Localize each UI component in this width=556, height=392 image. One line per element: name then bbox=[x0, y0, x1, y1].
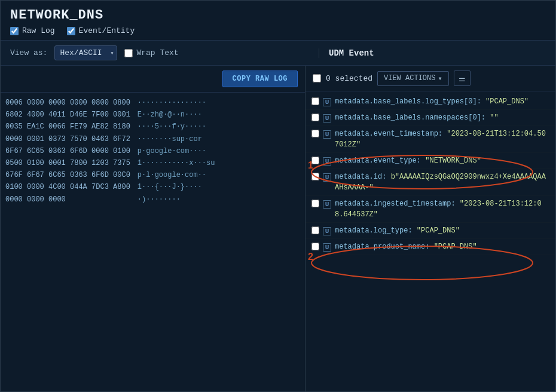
udm-item-checkbox[interactable] bbox=[311, 157, 319, 164]
select-all-checkbox[interactable] bbox=[313, 74, 321, 82]
event-entity-label: Event/Entity bbox=[79, 26, 135, 35]
udm-item: Umetadata.id: b"AAAAAIQzsQGaOQ2909nwxz4+… bbox=[306, 169, 555, 196]
ascii-line: p·l·google·com·· bbox=[138, 170, 215, 181]
ascii-line: 1···{···J·}···· bbox=[138, 182, 215, 193]
udm-item-text: metadata.event_type: "NETWORK_DNS" bbox=[335, 155, 549, 166]
filter-checkboxes: Raw Log Event/Entity bbox=[10, 26, 546, 35]
raw-log-checkbox-label[interactable]: Raw Log bbox=[10, 26, 55, 35]
udm-item-checkbox[interactable] bbox=[311, 130, 319, 137]
main-container: NETWORK_DNS Raw Log Event/Entity View as… bbox=[0, 0, 556, 392]
left-panel: COPY RAW LOG 0006 0000 0000 0000 0800 08… bbox=[1, 66, 306, 391]
event-entity-checkbox-label[interactable]: Event/Entity bbox=[67, 26, 135, 35]
view-actions-button[interactable]: VIEW ACTIONS ▾ bbox=[377, 71, 449, 86]
wrap-text-label[interactable]: Wrap Text bbox=[124, 48, 178, 57]
view-as-select-wrap: Hex/ASCII Text ▾ bbox=[54, 45, 117, 60]
view-actions-label: VIEW ACTIONS bbox=[384, 74, 435, 82]
copy-raw-log-button[interactable]: COPY RAW LOG bbox=[222, 71, 298, 87]
udm-item: Umetadata.event_type: "NETWORK_DNS" bbox=[306, 153, 555, 169]
hex-line: 6802 4000 4011 D46E 7F00 0001 bbox=[5, 109, 130, 121]
udm-item-checkbox[interactable] bbox=[311, 226, 319, 234]
udm-type-icon: U bbox=[323, 243, 331, 252]
ascii-column: ················E··zh@·@··n········5···f… bbox=[138, 97, 215, 387]
right-panel: 0 selected VIEW ACTIONS ▾ ⚌ Umetadata.ba… bbox=[306, 66, 555, 391]
hex-line: 0000 0000 0000 bbox=[5, 194, 130, 206]
raw-log-checkbox[interactable] bbox=[10, 27, 19, 35]
ascii-line: ····5···f·y····· bbox=[138, 121, 215, 133]
udm-item-checkbox[interactable] bbox=[311, 97, 319, 105]
hex-line: 6F67 6C65 0363 6F6D 0000 0100 bbox=[5, 146, 130, 157]
udm-type-icon: U bbox=[323, 98, 331, 106]
event-entity-checkbox[interactable] bbox=[67, 27, 75, 35]
udm-item-checkbox[interactable] bbox=[311, 173, 319, 180]
udm-item-checkbox[interactable] bbox=[311, 114, 319, 121]
copy-btn-row: COPY RAW LOG bbox=[1, 66, 305, 93]
hex-line: 0000 0001 0373 7570 0463 6F72 bbox=[5, 134, 130, 145]
ascii-line: ········sup·cor bbox=[138, 134, 215, 145]
wrap-text-text: Wrap Text bbox=[136, 48, 178, 57]
udm-list: Umetadata.base_labels.log_types[0]: "PCA… bbox=[306, 91, 555, 391]
ascii-line: 1···········x···su bbox=[138, 158, 215, 169]
page-title: NETWORK_DNS bbox=[10, 8, 546, 23]
right-panel-wrapper: 0 selected VIEW ACTIONS ▾ ⚌ Umetadata.ba… bbox=[306, 66, 555, 391]
ascii-line: ················ bbox=[138, 97, 215, 109]
udm-item-checkbox[interactable] bbox=[311, 200, 319, 207]
udm-type-icon: U bbox=[323, 227, 331, 235]
udm-toolbar: 0 selected VIEW ACTIONS ▾ ⚌ bbox=[306, 66, 555, 91]
udm-type-icon: U bbox=[323, 200, 331, 209]
udm-item-checkbox[interactable] bbox=[311, 243, 319, 250]
filter-icon: ⚌ bbox=[459, 74, 466, 83]
udm-item: Umetadata.log_type: "PCAP_DNS" bbox=[306, 223, 555, 239]
udm-item-text: metadata.event_timestamp: "2023-08-21T13… bbox=[335, 128, 549, 150]
hex-line: 676F 6F67 6C65 0363 6F6D 00C0 bbox=[5, 170, 130, 181]
view-as-select[interactable]: Hex/ASCII Text bbox=[54, 45, 117, 60]
selected-count: 0 selected bbox=[326, 74, 372, 83]
udm-item-text: metadata.ingested_timestamp: "2023-08-21… bbox=[335, 198, 549, 220]
hex-line: 0500 0100 0001 7800 1203 7375 bbox=[5, 158, 130, 169]
hex-line: 0100 0000 4C00 044A 7DC3 A800 bbox=[5, 182, 130, 193]
udm-item: Umetadata.product_name: "PCAP DNS" bbox=[306, 239, 555, 255]
udm-type-icon: U bbox=[323, 130, 331, 139]
udm-type-icon: U bbox=[323, 114, 331, 122]
udm-item-text: metadata.log_type: "PCAP_DNS" bbox=[335, 225, 549, 236]
toolbar: View as: Hex/ASCII Text ▾ Wrap Text UDM … bbox=[1, 40, 555, 66]
udm-event-header: UDM Event bbox=[319, 48, 546, 58]
hex-column: 0006 0000 0000 0000 0800 08006802 4000 4… bbox=[5, 97, 130, 387]
udm-item: Umetadata.base_labels.log_types[0]: "PCA… bbox=[306, 94, 555, 110]
udm-item-text: metadata.id: b"AAAAAIQzsQGaOQ2909nwxz4+X… bbox=[335, 172, 549, 193]
toolbar-left: View as: Hex/ASCII Text ▾ Wrap Text bbox=[10, 45, 179, 60]
udm-item: Umetadata.event_timestamp: "2023-08-21T1… bbox=[306, 126, 555, 153]
view-as-label: View as: bbox=[10, 48, 47, 57]
udm-type-icon: U bbox=[323, 157, 331, 166]
udm-item-text: metadata.product_name: "PCAP DNS" bbox=[335, 241, 549, 252]
udm-item: Umetadata.base_labels.namespaces[0]: "" bbox=[306, 110, 555, 126]
ascii-line: E··zh@·@··n···· bbox=[138, 109, 215, 121]
hex-line: 0035 EA1C 0066 FE79 AE82 8180 bbox=[5, 121, 130, 133]
hex-line: 0006 0000 0000 0000 0800 0800 bbox=[5, 97, 130, 109]
udm-item: Umetadata.ingested_timestamp: "2023-08-2… bbox=[306, 196, 555, 223]
udm-item-text: metadata.base_labels.namespaces[0]: "" bbox=[335, 112, 549, 123]
wrap-text-checkbox[interactable] bbox=[124, 49, 133, 57]
header: NETWORK_DNS Raw Log Event/Entity bbox=[1, 1, 555, 40]
raw-log-label: Raw Log bbox=[22, 26, 55, 35]
ascii-line: ·)········ bbox=[138, 194, 215, 206]
hex-content: 0006 0000 0000 0000 0800 08006802 4000 4… bbox=[1, 93, 305, 391]
ascii-line: p·google·com···· bbox=[138, 146, 215, 157]
filter-button[interactable]: ⚌ bbox=[454, 71, 471, 86]
udm-type-icon: U bbox=[323, 173, 331, 182]
content-area: COPY RAW LOG 0006 0000 0000 0000 0800 08… bbox=[1, 66, 555, 391]
chevron-down-icon: ▾ bbox=[438, 74, 442, 83]
udm-item-text: metadata.base_labels.log_types[0]: "PCAP… bbox=[335, 96, 549, 107]
